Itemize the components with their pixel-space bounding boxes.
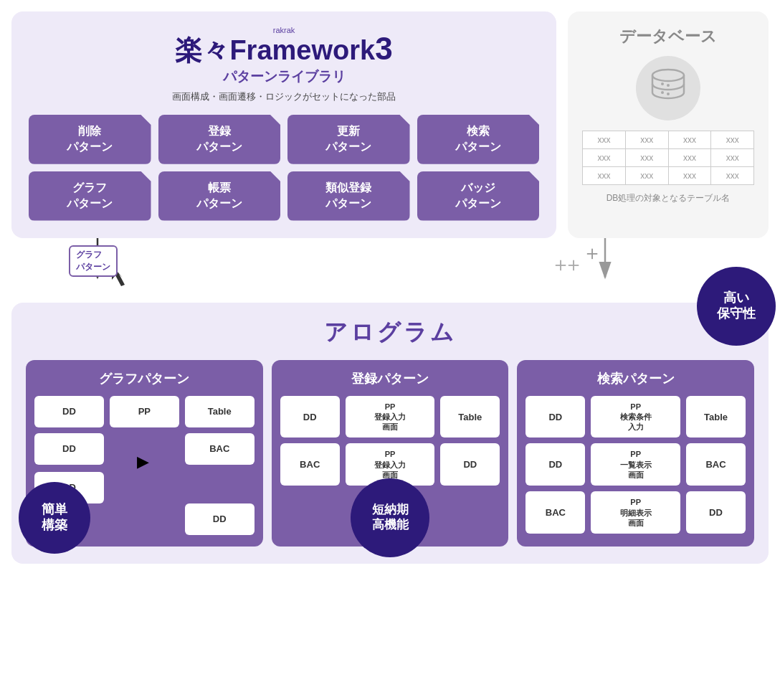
database-panel: データベース xxxxxxxxxxxx xxxxxxxxxxxx xxxxxxx… [568,11,769,238]
reg-table: Table [440,396,500,438]
bottom-section: 高い保守性 アログラム グラフパターン DD PP Table DD D [11,303,769,564]
svg-point-1 [661,82,664,85]
graph-dd-3: DD [185,503,255,535]
top-section: rakrak 楽々Framework3 パターンライブラリ 画面構成・画面遷移・… [11,11,769,238]
cursor-arrow-graph: ▶ [137,453,149,471]
plus-sign-2: ＋ [551,251,571,278]
svg-text:＋: ＋ [582,242,602,264]
framework-panel: rakrak 楽々Framework3 パターンライブラリ 画面構成・画面遷移・… [11,11,556,238]
pattern-card-register: 登録パターン [158,115,281,164]
connector-svg: ＋ [11,238,769,303]
graph-pattern-floating-label: グラフパターン [69,245,118,277]
framework-logo: rakrak 楽々Framework3 [29,26,539,65]
pattern-card-update: 更新パターン [287,115,410,164]
search-bac: BAC [686,443,746,486]
search-section-title: 検索パターン [525,370,746,387]
connector-section: グラフパターン ＋ ＋ ＋ [11,238,769,303]
badge-kantan: 簡単構築 [19,482,90,554]
db-caption: DB処理の対象となるテーブル名 [607,192,731,204]
pattern-grid: 削除パターン 登録パターン 更新パターン 検索パターン グラフパターン 帳票パタ… [29,115,539,221]
reg-dd-1: DD [280,396,340,438]
register-pattern-section: 登録パターン DD PP登録入力画面 Table BAC PP登録入力画面 DD… [272,360,509,547]
database-svg-icon [647,67,690,110]
reg-pp-input-1: PP登録入力画面 [346,396,435,438]
search-pattern-section: 検索パターン DD PP検索条件入力 Table DD PP一覧表示画面 BAC… [517,360,754,547]
db-title: データベース [619,26,717,47]
graph-dd-2: DD [34,433,104,465]
pattern-sections: グラフパターン DD PP Table DD DD BAC [26,360,754,547]
svg-point-0 [652,70,684,81]
description: 画面構成・画面遷移・ロジックがセットになった部品 [29,90,539,103]
pattern-card-graph: グラフパターン [29,171,151,221]
badge-kantan-label: 簡単構築 [42,502,67,533]
pattern-card-similar: 類似登録パターン [287,171,410,221]
graph-pp: PP [110,396,179,427]
search-dd-1: DD [525,396,585,438]
badge-takai-label: 高い保守性 [717,290,756,321]
db-icon [636,56,700,120]
graph-table: Table [185,396,255,427]
graph-dd-1: DD [34,396,104,427]
pattern-card-delete: 削除パターン [29,115,151,164]
register-section-title: 登録パターン [280,370,500,387]
graph-pattern-section: グラフパターン DD PP Table DD DD BAC [26,360,263,547]
reg-dd-2: DD [440,443,500,486]
logo-rakrak: rakrak [29,26,539,34]
badge-takai: 高い保守性 [697,267,776,346]
search-dd-3: DD [686,491,746,534]
search-table: Table [686,396,746,438]
pattern-card-search: 検索パターン [417,115,540,164]
svg-point-2 [667,84,670,87]
search-dd-2: DD [525,443,585,486]
search-bac-2: BAC [525,491,585,534]
svg-point-4 [667,93,670,95]
reg-bac: BAC [280,443,340,486]
search-pp-list: PP一覧表示画面 [591,443,680,486]
search-pp-detail: PP明細表示画面 [591,491,680,534]
program-title: アログラム [26,317,754,349]
pattern-card-report: 帳票パターン [158,171,281,221]
main-container: rakrak 楽々Framework3 パターンライブラリ 画面構成・画面遷移・… [0,0,780,700]
graph-section-title: グラフパターン [34,370,255,387]
svg-point-3 [661,91,664,94]
logo-main: 楽々Framework3 [175,35,392,65]
subtitle: パターンライブラリ [29,67,539,86]
graph-bac: BAC [185,433,255,465]
badge-tannoki-label: 短納期高機能 [372,503,409,532]
search-pp-condition: PP検索条件入力 [591,396,680,438]
badge-tannoki: 短納期高機能 [351,478,429,557]
db-table: xxxxxxxxxxxx xxxxxxxxxxxx xxxxxxxxxxxx [582,131,754,185]
graph-empty-2 [110,503,179,535]
pattern-card-badge: バッジパターン [417,171,540,221]
